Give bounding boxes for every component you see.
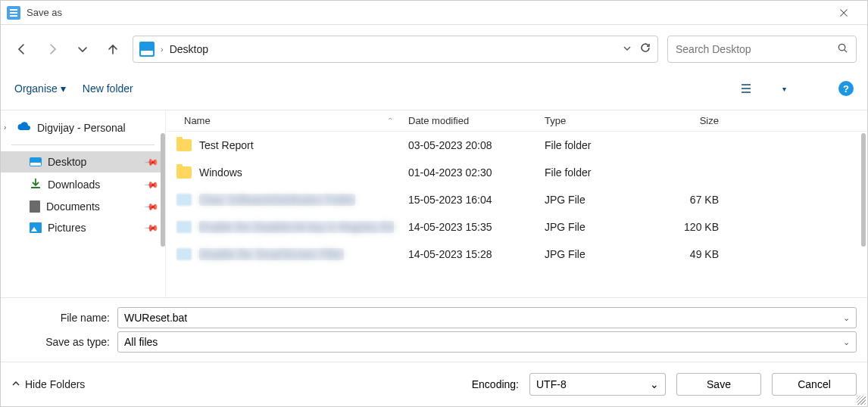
- chevron-down-icon[interactable]: ⌄: [843, 313, 850, 323]
- app-icon: [7, 6, 20, 20]
- tree-item-documents[interactable]: Documents 📌: [1, 196, 165, 217]
- address-bar[interactable]: › Desktop: [133, 36, 658, 63]
- window-title: Save as: [27, 7, 826, 18]
- column-date[interactable]: Date modified: [408, 115, 545, 126]
- pin-icon: 📌: [144, 220, 160, 236]
- file-name: Clear SoftwareDistribution Folder: [199, 194, 355, 206]
- chevron-down-icon[interactable]: [623, 42, 632, 56]
- column-name[interactable]: Name⌃: [166, 115, 408, 126]
- chevron-right-icon[interactable]: ›: [4, 123, 6, 132]
- file-type: File folder: [545, 139, 658, 151]
- filename-value: WUReset.bat: [124, 312, 187, 324]
- pictures-icon: [30, 222, 42, 233]
- pin-icon: 📌: [144, 176, 160, 192]
- chevron-down-icon[interactable]: ⌄: [650, 378, 659, 390]
- cancel-button[interactable]: Cancel: [772, 373, 857, 396]
- file-date: 14-05-2023 15:28: [408, 248, 545, 260]
- desktop-icon: [139, 42, 155, 57]
- sort-arrow-icon: ⌃: [387, 117, 393, 125]
- folder-icon: [176, 139, 192, 151]
- file-size: 120 KB: [658, 221, 749, 233]
- breadcrumb-location[interactable]: Desktop: [170, 43, 617, 55]
- hide-folders-button[interactable]: Hide Folders: [11, 378, 85, 390]
- file-row[interactable]: Enable the DisableUIA key in Registry Ed…: [166, 213, 867, 241]
- savetype-value: All files: [124, 336, 158, 348]
- file-row[interactable]: Clear SoftwareDistribution Folder15-05-2…: [166, 186, 867, 213]
- file-date: 15-05-2023 16:04: [408, 194, 545, 206]
- tree-item-downloads[interactable]: Downloads 📌: [1, 172, 165, 196]
- file-name: Enable the DisableUIA key in Registry Ed: [199, 221, 394, 233]
- tree-item-pictures[interactable]: Pictures 📌: [1, 217, 165, 238]
- recent-locations-button[interactable]: [72, 39, 93, 60]
- file-name: Test Report: [199, 139, 254, 151]
- chevron-up-icon: [11, 378, 20, 390]
- help-button[interactable]: ?: [838, 81, 854, 96]
- save-fields: File name: WUReset.bat ⌄ Save as type: A…: [1, 297, 867, 362]
- tree-item-label: Documents: [46, 200, 100, 213]
- desktop-icon: [30, 157, 42, 166]
- column-size[interactable]: Size: [658, 115, 749, 126]
- file-type: JPG File: [545, 194, 658, 206]
- cloud-icon: [16, 121, 31, 134]
- file-row[interactable]: Windows01-04-2023 02:30File folder: [166, 159, 867, 186]
- file-row[interactable]: Test Report03-05-2023 20:08File folder: [166, 132, 867, 159]
- tree-item-label: Downloads: [48, 179, 100, 191]
- up-button[interactable]: [102, 39, 123, 60]
- save-button[interactable]: Save: [676, 373, 761, 396]
- file-icon: [176, 194, 192, 206]
- file-icon: [176, 248, 192, 260]
- file-date: 01-04-2023 02:30: [408, 166, 545, 179]
- view-options-caret[interactable]: ▾: [773, 78, 795, 99]
- tree-item-desktop[interactable]: Desktop 📌: [1, 151, 165, 172]
- pin-icon: 📌: [144, 199, 160, 215]
- file-type: JPG File: [545, 221, 658, 233]
- file-name: Windows: [199, 166, 242, 179]
- file-list: Name⌃ Date modified Type Size Test Repor…: [166, 110, 867, 297]
- view-options-button[interactable]: [735, 78, 757, 99]
- filename-input[interactable]: WUReset.bat ⌄: [117, 307, 857, 328]
- file-size: 67 KB: [658, 194, 749, 206]
- savetype-select[interactable]: All files ⌄: [117, 331, 857, 353]
- chevron-down-icon[interactable]: ⌄: [843, 337, 850, 347]
- file-size: 49 KB: [658, 248, 749, 260]
- encoding-value: UTF-8: [536, 378, 567, 390]
- document-icon: [30, 200, 40, 213]
- savetype-label: Save as type:: [11, 336, 117, 348]
- encoding-label: Encoding:: [472, 378, 519, 390]
- folder-icon: [176, 166, 192, 179]
- tree-item-label: Digvijay - Personal: [37, 122, 126, 134]
- column-type[interactable]: Type: [545, 115, 658, 126]
- file-row[interactable]: Disable the SmartScreen Filter14-05-2023…: [166, 241, 867, 268]
- file-date: 03-05-2023 20:08: [408, 139, 545, 151]
- body: › Digvijay - Personal Desktop 📌 Download…: [1, 110, 867, 297]
- back-button[interactable]: [11, 39, 33, 60]
- tree-item-onedrive[interactable]: › Digvijay - Personal: [1, 117, 165, 138]
- resize-grip[interactable]: [857, 396, 866, 405]
- navigation-tree: › Digvijay - Personal Desktop 📌 Download…: [1, 110, 166, 297]
- organise-button[interactable]: Organise ▾: [14, 82, 66, 95]
- title-bar: Save as: [1, 1, 867, 25]
- nav-bar: › Desktop: [1, 25, 867, 73]
- download-icon: [30, 177, 42, 191]
- search-input[interactable]: [676, 43, 837, 55]
- column-headers: Name⌃ Date modified Type Size: [166, 110, 867, 132]
- file-icon: [176, 221, 192, 233]
- tree-item-label: Pictures: [48, 222, 86, 234]
- forward-button[interactable]: [42, 39, 63, 60]
- tree-item-label: Desktop: [48, 156, 86, 168]
- file-type: JPG File: [545, 248, 658, 260]
- chevron-right-icon: ›: [161, 45, 164, 54]
- search-box[interactable]: [667, 36, 857, 63]
- search-icon[interactable]: [837, 42, 848, 57]
- encoding-select[interactable]: UTF-8 ⌄: [529, 373, 666, 396]
- toolbar: Organise ▾ New folder ▾ ?: [1, 73, 867, 110]
- pin-icon: 📌: [144, 154, 160, 170]
- refresh-button[interactable]: [639, 42, 651, 57]
- close-button[interactable]: [826, 1, 861, 25]
- new-folder-button[interactable]: New folder: [83, 82, 133, 95]
- divider: [11, 144, 155, 145]
- caret-down-icon: ▾: [61, 82, 66, 95]
- filename-label: File name:: [11, 312, 117, 324]
- file-date: 14-05-2023 15:35: [408, 221, 545, 233]
- file-name: Disable the SmartScreen Filter: [199, 248, 344, 260]
